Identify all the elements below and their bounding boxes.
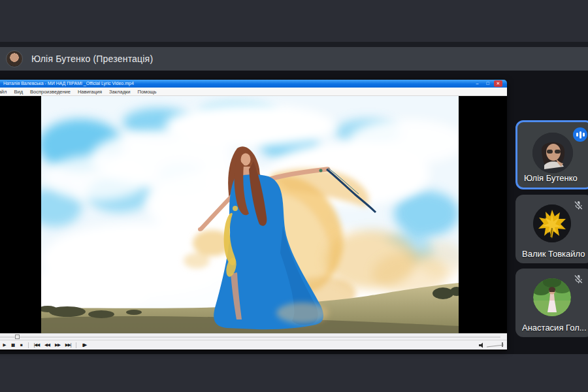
music-video-scene [41, 96, 459, 333]
menu-help[interactable]: Помощь [137, 89, 156, 95]
mic-off-icon [573, 200, 584, 211]
presenter-header: Юлія Бутенко (Презентація) [0, 47, 588, 71]
audio-activity-icon [573, 127, 587, 142]
avatar [533, 278, 571, 316]
presenter-avatar [6, 50, 23, 67]
participant-name: Валик Товкайло [522, 249, 585, 259]
skip-forward-button[interactable]: ▶▶| [63, 340, 73, 350]
forward-button[interactable]: ▶▶ [52, 340, 63, 350]
participant-tile-valik[interactable]: Валик Товкайло [515, 195, 588, 263]
minimize-button[interactable]: – [473, 80, 482, 87]
player-menubar: Файл Вид Воспроизведение Навигация Закла… [0, 88, 507, 96]
menu-navigation[interactable]: Навигация [78, 89, 102, 95]
rewind-button[interactable]: ◀◀ [42, 340, 52, 350]
media-player-window: Наталія Валевська - МИ НАД ПІРАМІ _Offic… [0, 80, 507, 350]
menu-bookmarks[interactable]: Закладки [109, 89, 130, 95]
participant-tile-anastasia[interactable]: Анастасия Гол... [515, 269, 588, 337]
participant-name: Юлія Бутенко [524, 173, 578, 183]
menu-file[interactable]: Файл [0, 89, 7, 95]
pause-button[interactable]: ▮▮ [8, 340, 17, 350]
video-content [41, 96, 459, 333]
volume-slider-thumb[interactable] [502, 342, 503, 347]
divider [28, 342, 29, 348]
mic-off-icon [573, 274, 584, 285]
close-button[interactable]: ✕ [494, 80, 502, 87]
stop-button[interactable]: ■ [17, 340, 25, 350]
video-display-area [0, 96, 507, 333]
presenter-label: Юлія Бутенко (Презентація) [31, 54, 153, 64]
seek-bar[interactable] [0, 333, 507, 340]
frame-step-button[interactable]: ▮▶ [79, 340, 90, 350]
seek-thumb[interactable] [15, 335, 20, 339]
play-button[interactable]: ▶ [0, 340, 8, 350]
speaker-icon[interactable] [479, 342, 485, 349]
skip-back-button[interactable]: |◀◀ [31, 340, 42, 350]
maximize-button[interactable]: □ [483, 80, 492, 87]
divider [76, 342, 76, 348]
menu-view[interactable]: Вид [14, 89, 23, 95]
seek-track[interactable] [0, 336, 500, 338]
avatar [532, 133, 573, 173]
player-window-title: Наталія Валевська - МИ НАД ПІРАМІ _Offic… [3, 80, 369, 88]
participant-tile-julia[interactable]: Юлія Бутенко [515, 120, 588, 189]
menu-playback[interactable]: Воспроизведение [30, 89, 71, 95]
transport-controls: ▶ ▮▮ ■ |◀◀ ◀◀ ▶▶ ▶▶| ▮▶ [0, 340, 507, 350]
participant-name: Анастасия Гол... [522, 323, 587, 333]
avatar [533, 204, 571, 242]
player-titlebar[interactable]: Наталія Валевська - МИ НАД ПІРАМІ _Offic… [0, 80, 507, 88]
top-divider-band [0, 42, 588, 47]
